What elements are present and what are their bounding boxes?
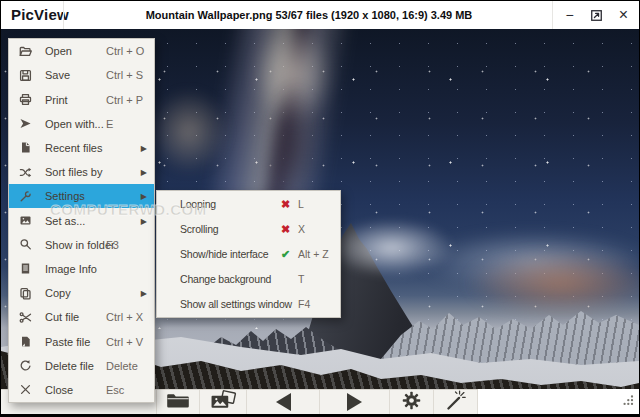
menu-item-label: Close	[45, 384, 73, 396]
menu-item-cut-file[interactable]: Cut file Ctrl + X	[9, 305, 154, 329]
submenu-arrow-icon: ▶	[141, 143, 147, 152]
titlebar[interactable]: PicView Mountain Wallpaper.png 53/67 fil…	[1, 1, 639, 29]
submenu-item-shortcut: X	[298, 223, 305, 235]
gear-icon	[401, 390, 422, 415]
submenu-item-show-hide-interface[interactable]: Show/hide interface ✔ Alt + Z	[157, 241, 340, 266]
submenu-item-change-background[interactable]: Change background T	[157, 267, 340, 292]
titlebar-divider	[552, 1, 553, 29]
menu-item-shortcut: Ctrl + V	[106, 336, 143, 348]
save-icon	[18, 68, 32, 82]
menu-item-label: Recent files	[45, 142, 102, 154]
submenu-item-shortcut: L	[298, 198, 304, 210]
menu-item-paste-file[interactable]: Paste file Ctrl + V	[9, 329, 154, 353]
search-icon	[18, 238, 32, 252]
effects-button[interactable]	[434, 390, 478, 414]
close-window-button[interactable]: ×	[610, 1, 637, 29]
menu-item-open-with[interactable]: Open with... E	[9, 112, 154, 136]
close-icon	[18, 383, 32, 397]
menu-item-label: Open with...	[45, 118, 104, 130]
menu-item-show-in-folder[interactable]: Show in folder F3	[9, 233, 154, 257]
menu-item-label: Show in folder	[45, 239, 115, 251]
submenu-item-shortcut: T	[298, 273, 304, 285]
submenu-item-label: Show all settings window	[180, 298, 292, 310]
cross-mark-icon: ✖	[281, 197, 290, 210]
submenu-item-label: Looping	[180, 198, 216, 210]
settings-submenu: Looping ✖ L Scrolling ✖ X Show/hide inte…	[156, 190, 341, 318]
picview-window: PicView Mountain Wallpaper.png 53/67 fil…	[0, 0, 640, 417]
submenu-item-label: Change background	[180, 273, 271, 285]
open-folder-button[interactable]	[156, 390, 200, 414]
check-mark-icon: ✔	[281, 248, 290, 261]
submenu-arrow-icon: ▶	[141, 192, 147, 201]
gallery-button[interactable]	[200, 390, 247, 414]
minimize-button[interactable]: −	[556, 1, 583, 29]
submenu-item-shortcut: Alt + Z	[298, 248, 329, 260]
open-with-icon	[18, 117, 32, 131]
menu-item-label: Open	[45, 45, 72, 57]
previous-image-button[interactable]	[247, 390, 320, 414]
gallery-icon	[208, 390, 238, 415]
recent-files-icon	[18, 141, 32, 155]
submenu-item-show-all-settings[interactable]: Show all settings window F4	[157, 292, 340, 317]
menu-item-print[interactable]: Print Ctrl + P	[9, 87, 154, 111]
magic-wand-icon	[444, 389, 467, 416]
recycle-delete-icon	[18, 359, 32, 373]
menu-item-label: Settings	[45, 190, 85, 202]
menu-item-label: Save	[45, 69, 70, 81]
cut-icon	[18, 310, 32, 324]
menu-item-shortcut: Ctrl + P	[106, 94, 143, 106]
previous-arrow-icon	[276, 393, 291, 411]
window-controls: − ×	[556, 1, 637, 29]
cloud	[149, 89, 229, 174]
paste-icon	[18, 335, 32, 349]
menu-item-shortcut: Delete	[106, 360, 138, 372]
menu-item-settings[interactable]: Settings ▶	[9, 184, 154, 208]
menu-item-close[interactable]: Close Esc	[9, 378, 154, 402]
menu-item-copy[interactable]: Copy ▶	[9, 281, 154, 305]
menu-item-delete-file[interactable]: Delete file Delete	[9, 354, 154, 378]
menu-item-label: Image Info	[45, 263, 97, 275]
menu-item-image-info[interactable]: Image Info	[9, 257, 154, 281]
resize-grip[interactable]	[622, 392, 634, 410]
submenu-item-label: Show/hide interface	[180, 248, 268, 260]
folder-open-icon	[18, 44, 32, 58]
submenu-item-shortcut: F4	[298, 298, 310, 310]
settings-button[interactable]	[390, 390, 434, 414]
next-image-button[interactable]	[320, 390, 390, 414]
menu-item-shortcut: Ctrl + O	[106, 45, 144, 57]
copy-icon	[18, 286, 32, 300]
menu-item-shortcut: F3	[106, 239, 119, 251]
image-info-icon	[18, 262, 32, 276]
submenu-item-looping[interactable]: Looping ✖ L	[157, 191, 340, 216]
menu-item-recent-files[interactable]: Recent files ▶	[9, 136, 154, 160]
menu-item-set-as[interactable]: Set as... ▶	[9, 208, 154, 232]
menu-item-label: Sort files by	[45, 166, 102, 178]
menu-item-open[interactable]: Open Ctrl + O	[9, 39, 154, 63]
wrench-icon	[18, 189, 32, 203]
context-menu: Open Ctrl + O Save Ctrl + S Print Ctrl +	[8, 38, 155, 403]
cross-mark-icon: ✖	[281, 222, 290, 235]
folder-icon	[165, 391, 191, 413]
horizon-glow	[466, 251, 639, 315]
menu-item-sort-files-by[interactable]: Sort files by ▶	[9, 160, 154, 184]
submenu-arrow-icon: ▶	[141, 216, 147, 225]
sort-icon	[18, 165, 32, 179]
submenu-item-scrolling[interactable]: Scrolling ✖ X	[157, 216, 340, 241]
fullscreen-button[interactable]	[583, 1, 610, 29]
submenu-item-label: Scrolling	[180, 223, 218, 235]
print-icon	[18, 93, 32, 107]
app-logo: PicView	[11, 1, 69, 29]
titlebar-divider	[63, 1, 64, 29]
menu-item-shortcut: Ctrl + S	[106, 69, 143, 81]
menu-item-shortcut: Esc	[106, 384, 124, 396]
next-arrow-icon	[347, 393, 362, 411]
set-as-icon	[18, 214, 32, 228]
toolbar-spacer	[478, 389, 639, 414]
submenu-arrow-icon: ▶	[141, 289, 147, 298]
menu-item-label: Cut file	[45, 311, 79, 323]
menu-item-label: Print	[45, 94, 68, 106]
menu-item-label: Paste file	[45, 336, 90, 348]
window-title: Mountain Wallpaper.png 53/67 files (1920…	[71, 1, 547, 29]
menu-item-save[interactable]: Save Ctrl + S	[9, 63, 154, 87]
menu-item-label: Set as...	[45, 215, 85, 227]
